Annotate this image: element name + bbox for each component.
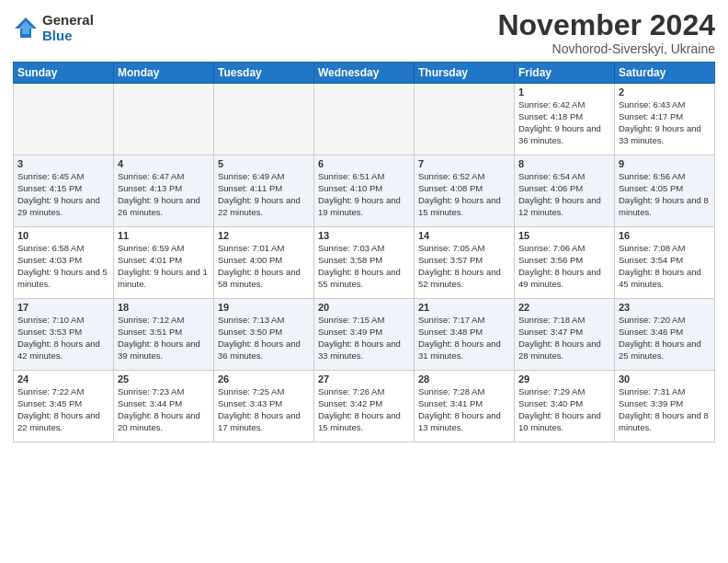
col-sunday: Sunday: [14, 63, 114, 84]
calendar-cell: 6Sunrise: 6:51 AM Sunset: 4:10 PM Daylig…: [314, 155, 415, 227]
calendar-cell: 25Sunrise: 7:23 AM Sunset: 3:44 PM Dayli…: [114, 371, 214, 442]
day-info: Sunrise: 6:42 AM Sunset: 4:18 PM Dayligh…: [518, 99, 610, 146]
day-info: Sunrise: 7:31 AM Sunset: 3:39 PM Dayligh…: [619, 386, 711, 433]
day-info: Sunrise: 7:18 AM Sunset: 3:47 PM Dayligh…: [518, 315, 610, 362]
logo-general: General: [42, 13, 94, 29]
day-number: 14: [418, 230, 510, 241]
col-saturday: Saturday: [615, 63, 715, 84]
day-info: Sunrise: 7:17 AM Sunset: 3:48 PM Dayligh…: [418, 315, 510, 362]
day-info: Sunrise: 7:28 AM Sunset: 3:41 PM Dayligh…: [418, 386, 510, 433]
logo: General Blue: [13, 13, 94, 43]
day-info: Sunrise: 7:08 AM Sunset: 3:54 PM Dayligh…: [619, 243, 711, 290]
day-info: Sunrise: 7:13 AM Sunset: 3:50 PM Dayligh…: [218, 315, 310, 362]
day-number: 7: [418, 158, 510, 169]
day-number: 27: [318, 373, 410, 385]
calendar-cell: [114, 84, 214, 155]
calendar-cell: 12Sunrise: 7:01 AM Sunset: 4:00 PM Dayli…: [214, 227, 314, 299]
calendar-cell: 27Sunrise: 7:26 AM Sunset: 3:42 PM Dayli…: [314, 371, 415, 442]
calendar-cell: 26Sunrise: 7:25 AM Sunset: 3:43 PM Dayli…: [214, 371, 314, 442]
day-info: Sunrise: 7:06 AM Sunset: 3:56 PM Dayligh…: [518, 243, 610, 290]
calendar-week-2: 3Sunrise: 6:45 AM Sunset: 4:15 PM Daylig…: [14, 155, 715, 227]
day-number: 17: [17, 302, 109, 313]
day-info: Sunrise: 6:45 AM Sunset: 4:15 PM Dayligh…: [17, 171, 109, 218]
day-number: 21: [418, 302, 510, 313]
calendar-cell: 7Sunrise: 6:52 AM Sunset: 4:08 PM Daylig…: [415, 155, 515, 227]
day-info: Sunrise: 7:05 AM Sunset: 3:57 PM Dayligh…: [418, 243, 510, 290]
day-number: 29: [518, 373, 610, 385]
day-number: 22: [518, 302, 610, 313]
col-wednesday: Wednesday: [314, 63, 415, 84]
logo-icon: [13, 16, 39, 41]
calendar-cell: 29Sunrise: 7:29 AM Sunset: 3:40 PM Dayli…: [515, 371, 615, 442]
calendar-cell: 3Sunrise: 6:45 AM Sunset: 4:15 PM Daylig…: [14, 155, 114, 227]
calendar-cell: 5Sunrise: 6:49 AM Sunset: 4:11 PM Daylig…: [214, 155, 314, 227]
calendar-cell: 15Sunrise: 7:06 AM Sunset: 3:56 PM Dayli…: [515, 227, 615, 299]
day-info: Sunrise: 6:47 AM Sunset: 4:13 PM Dayligh…: [118, 171, 210, 218]
calendar-week-1: 1Sunrise: 6:42 AM Sunset: 4:18 PM Daylig…: [14, 84, 715, 155]
calendar: Sunday Monday Tuesday Wednesday Thursday…: [13, 62, 715, 442]
calendar-cell: 18Sunrise: 7:12 AM Sunset: 3:51 PM Dayli…: [114, 299, 214, 371]
day-info: Sunrise: 6:43 AM Sunset: 4:17 PM Dayligh…: [619, 99, 711, 146]
day-number: 5: [218, 158, 310, 169]
calendar-cell: 13Sunrise: 7:03 AM Sunset: 3:58 PM Dayli…: [314, 227, 415, 299]
day-info: Sunrise: 6:51 AM Sunset: 4:10 PM Dayligh…: [318, 171, 410, 218]
title-block: November 2024 Novhorod-Siverskyi, Ukrain…: [497, 9, 715, 56]
day-number: 8: [518, 158, 610, 169]
day-number: 19: [218, 302, 310, 313]
month-title: November 2024: [497, 9, 715, 41]
day-number: 4: [118, 158, 210, 169]
day-info: Sunrise: 6:49 AM Sunset: 4:11 PM Dayligh…: [218, 171, 310, 218]
day-number: 28: [418, 373, 510, 385]
calendar-cell: [14, 84, 114, 155]
calendar-cell: 8Sunrise: 6:54 AM Sunset: 4:06 PM Daylig…: [515, 155, 615, 227]
day-info: Sunrise: 7:26 AM Sunset: 3:42 PM Dayligh…: [318, 386, 410, 433]
logo-text: General Blue: [42, 13, 94, 43]
calendar-cell: 23Sunrise: 7:20 AM Sunset: 3:46 PM Dayli…: [615, 299, 715, 371]
calendar-cell: 16Sunrise: 7:08 AM Sunset: 3:54 PM Dayli…: [615, 227, 715, 299]
day-info: Sunrise: 7:25 AM Sunset: 3:43 PM Dayligh…: [218, 386, 310, 433]
day-number: 2: [619, 86, 711, 98]
day-number: 3: [17, 158, 109, 169]
header: General Blue November 2024 Novhorod-Sive…: [13, 9, 715, 56]
day-info: Sunrise: 7:20 AM Sunset: 3:46 PM Dayligh…: [619, 315, 711, 362]
col-thursday: Thursday: [415, 63, 515, 84]
day-info: Sunrise: 7:15 AM Sunset: 3:49 PM Dayligh…: [318, 315, 410, 362]
day-info: Sunrise: 7:03 AM Sunset: 3:58 PM Dayligh…: [318, 243, 410, 290]
day-number: 11: [118, 230, 210, 241]
calendar-cell: 9Sunrise: 6:56 AM Sunset: 4:05 PM Daylig…: [615, 155, 715, 227]
calendar-cell: 30Sunrise: 7:31 AM Sunset: 3:39 PM Dayli…: [615, 371, 715, 442]
location: Novhorod-Siverskyi, Ukraine: [497, 41, 715, 56]
calendar-cell: 24Sunrise: 7:22 AM Sunset: 3:45 PM Dayli…: [14, 371, 114, 442]
day-info: Sunrise: 6:52 AM Sunset: 4:08 PM Dayligh…: [418, 171, 510, 218]
day-number: 1: [518, 86, 610, 98]
col-monday: Monday: [114, 63, 214, 84]
day-number: 24: [17, 373, 109, 385]
calendar-cell: 10Sunrise: 6:58 AM Sunset: 4:03 PM Dayli…: [14, 227, 114, 299]
calendar-header-row: Sunday Monday Tuesday Wednesday Thursday…: [14, 63, 715, 84]
day-number: 10: [17, 230, 109, 241]
day-info: Sunrise: 7:29 AM Sunset: 3:40 PM Dayligh…: [518, 386, 610, 433]
day-info: Sunrise: 7:01 AM Sunset: 4:00 PM Dayligh…: [218, 243, 310, 290]
day-number: 18: [118, 302, 210, 313]
day-number: 23: [619, 302, 711, 313]
day-number: 6: [318, 158, 410, 169]
calendar-cell: 14Sunrise: 7:05 AM Sunset: 3:57 PM Dayli…: [415, 227, 515, 299]
calendar-cell: 21Sunrise: 7:17 AM Sunset: 3:48 PM Dayli…: [415, 299, 515, 371]
calendar-week-5: 24Sunrise: 7:22 AM Sunset: 3:45 PM Dayli…: [14, 371, 715, 442]
day-info: Sunrise: 7:22 AM Sunset: 3:45 PM Dayligh…: [17, 386, 109, 433]
day-number: 16: [619, 230, 711, 241]
col-friday: Friday: [515, 63, 615, 84]
day-number: 13: [318, 230, 410, 241]
day-number: 12: [218, 230, 310, 241]
calendar-cell: 4Sunrise: 6:47 AM Sunset: 4:13 PM Daylig…: [114, 155, 214, 227]
calendar-cell: [314, 84, 415, 155]
main-container: General Blue November 2024 Novhorod-Sive…: [0, 0, 728, 563]
calendar-cell: 20Sunrise: 7:15 AM Sunset: 3:49 PM Dayli…: [314, 299, 415, 371]
calendar-cell: 11Sunrise: 6:59 AM Sunset: 4:01 PM Dayli…: [114, 227, 214, 299]
day-info: Sunrise: 7:12 AM Sunset: 3:51 PM Dayligh…: [118, 315, 210, 362]
calendar-cell: 1Sunrise: 6:42 AM Sunset: 4:18 PM Daylig…: [515, 84, 615, 155]
col-tuesday: Tuesday: [214, 63, 314, 84]
logo-blue: Blue: [42, 29, 94, 44]
calendar-cell: [214, 84, 314, 155]
day-info: Sunrise: 6:54 AM Sunset: 4:06 PM Dayligh…: [518, 171, 610, 218]
